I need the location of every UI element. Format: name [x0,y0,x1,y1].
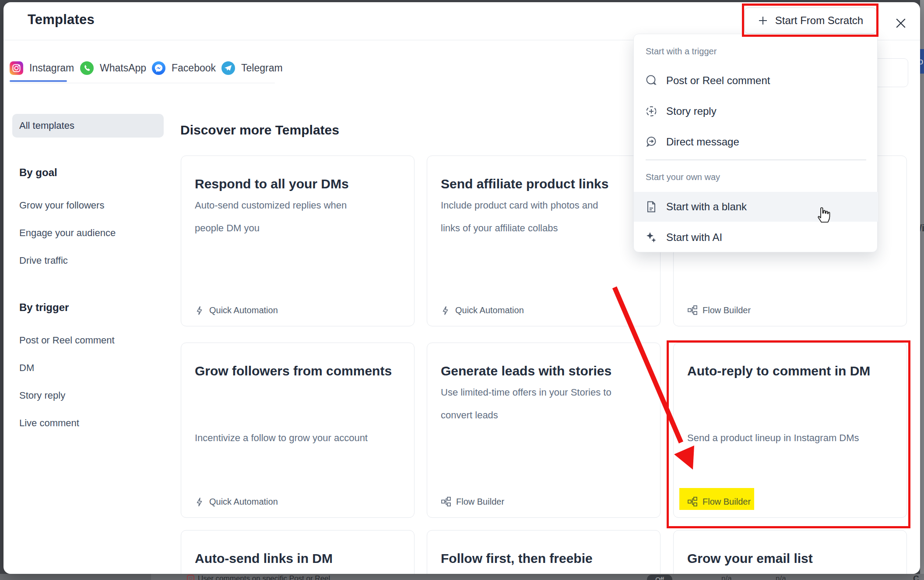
dropdown-item-direct-message[interactable]: Direct message [634,127,878,157]
template-card-generate-leads-with-stories[interactable]: Generate leads with stories Use limited-… [427,343,661,518]
tab-facebook[interactable]: Facebook [152,60,216,76]
start-from-scratch-label: Start From Scratch [775,14,863,27]
plus-icon [758,15,768,26]
card-type-badge: Quick Automation [195,305,278,315]
card-type-badge: Flow Builder [441,496,504,507]
card-title: Auto-send links in DM [195,547,403,570]
card-description: Include product card with photos and [441,198,647,213]
card-description: Automate DMs to send followers to your [195,572,401,574]
card-title: Grow your email list [687,547,895,570]
card-title: Respond to all your DMs [195,173,403,195]
stat-value: n/a [721,574,732,580]
instagram-icon [10,61,23,75]
card-type-badge: Flow Builder [687,305,751,315]
dropdown-item-start-with-a-blank[interactable]: Start with a blank [634,192,878,222]
card-description: Use limited-time offers in your Stories … [441,385,647,400]
status-off-toggle[interactable]: Off [647,575,672,580]
card-description: Wanna freebie? Gotta follow first [441,572,647,574]
card-description: Send a product lineup in Instagram DMs [687,430,893,446]
tab-label: Facebook [172,62,216,74]
tab-label: Instagram [29,62,74,74]
flow-builder-icon [687,496,698,507]
template-card-auto-reply-to-comment-in-dm[interactable]: Auto-reply to comment in DM Send a produ… [673,343,907,518]
dropdown-item-story-reply[interactable]: Story reply [634,96,878,126]
stat-value: n/a [776,574,786,580]
page-title: Templates [28,12,95,28]
start-from-scratch-dropdown: Start with a trigger Post or Reel commen… [633,34,878,252]
telegram-icon [221,61,235,75]
card-description: Auto-send customized replies when [195,198,401,213]
dropdown-section-label: Start with a trigger [646,46,717,58]
dm-bubble-arrow-icon [644,135,658,149]
card-description: people DM you [195,220,401,236]
template-card-grow-followers-from-comments[interactable]: Grow followers from comments Incentivize… [181,343,415,518]
close-button[interactable] [893,15,909,31]
tab-label: WhatsApp [100,62,146,74]
tab-instagram[interactable]: Instagram [10,60,74,76]
whatsapp-icon [80,61,94,75]
instagram-post-icon [187,575,194,580]
screen: { "header": { "title": "Templates", "sta… [0,0,924,580]
flow-builder-icon [687,305,698,315]
dropdown-item-post-or-reel-comment[interactable]: Post or Reel comment [634,66,878,95]
section-heading: Discover more Templates [180,123,339,138]
card-type-badge: Quick Automation [195,497,278,507]
template-card-respond-to-all-your-dms[interactable]: Respond to all your DMs Auto-send custom… [181,156,415,326]
modal-shadow-on-page [0,574,151,580]
dropdown-divider [646,159,866,160]
tab-telegram[interactable]: Telegram [221,60,283,76]
card-description: Collect emails on Instagram with a [687,572,893,574]
background-page-bottom-row: User comments on specific Post or Reel O… [0,574,924,580]
dropdown-item-start-with-ai[interactable]: Start with AI [634,223,878,252]
card-title: Auto-reply to comment in DM [687,360,895,382]
card-title: Follow first, then freebie [441,547,649,570]
sidebar-item-all-templates[interactable]: All templates [12,114,164,138]
card-description: convert leads [441,407,647,423]
template-card-auto-send-links-in-dm[interactable]: Auto-send links in DM Automate DMs to se… [181,530,415,574]
template-card-grow-your-email-list[interactable]: Grow your email list Collect emails on I… [673,530,907,574]
sidebar-heading-by-trigger: By trigger [19,301,69,314]
active-tab-underline [10,80,67,82]
card-type-badge: Quick Automation [441,305,524,315]
tabs-divider [10,83,275,83]
sidebar-item-post-or-reel-comment[interactable]: Post or Reel comment [19,335,115,346]
flow-builder-icon [441,496,451,507]
card-description: links of your affiliate collabs [441,220,647,236]
template-card-follow-first-then-freebie[interactable]: Follow first, then freebie Wanna freebie… [427,530,661,574]
tab-whatsapp[interactable]: WhatsApp [80,60,146,76]
card-title: Send affiliate product links [441,173,649,195]
blank-doc-icon [644,200,658,214]
sidebar-heading-by-goal: By goal [19,166,57,179]
card-title: Grow followers from comments [195,360,403,382]
background-text-fragment: C [913,574,919,580]
card-type-badge: Flow Builder [687,496,751,507]
close-icon [895,18,906,29]
automation-row-label: User comments on specific Post or Reel [198,574,330,580]
templates-modal: Templates Start From Scratch Instagram W… [4,2,920,574]
lightning-icon [195,497,204,507]
sidebar-item-dm[interactable]: DM [19,362,34,374]
tab-label: Telegram [241,62,283,74]
sidebar-item-story-reply[interactable]: Story reply [19,390,65,401]
sidebar-item-label: All templates [19,120,74,131]
background-blue-button-fragment: o [920,49,924,74]
sidebar-item-drive-traffic[interactable]: Drive traffic [19,255,68,266]
card-description: Incentivize a follow to grow your accoun… [195,430,401,446]
comment-bubble-icon [644,74,658,88]
sidebar-item-live-comment[interactable]: Live comment [19,417,79,429]
story-plus-icon [644,104,658,118]
ai-sparkles-icon [644,230,658,244]
facebook-messenger-icon [152,61,165,75]
template-card-send-affiliate-product-links[interactable]: Send affiliate product links Include pro… [427,156,661,326]
lightning-icon [195,306,204,315]
background-page-right-strip: o /i [920,0,924,580]
lightning-icon [441,306,450,315]
sidebar-item-grow-your-followers[interactable]: Grow your followers [19,200,104,211]
sidebar-item-engage-your-audience[interactable]: Engage your audience [19,227,116,239]
dropdown-section-label: Start your own way [646,172,720,184]
card-title: Generate leads with stories [441,360,649,382]
start-from-scratch-button[interactable]: Start From Scratch [744,7,877,34]
